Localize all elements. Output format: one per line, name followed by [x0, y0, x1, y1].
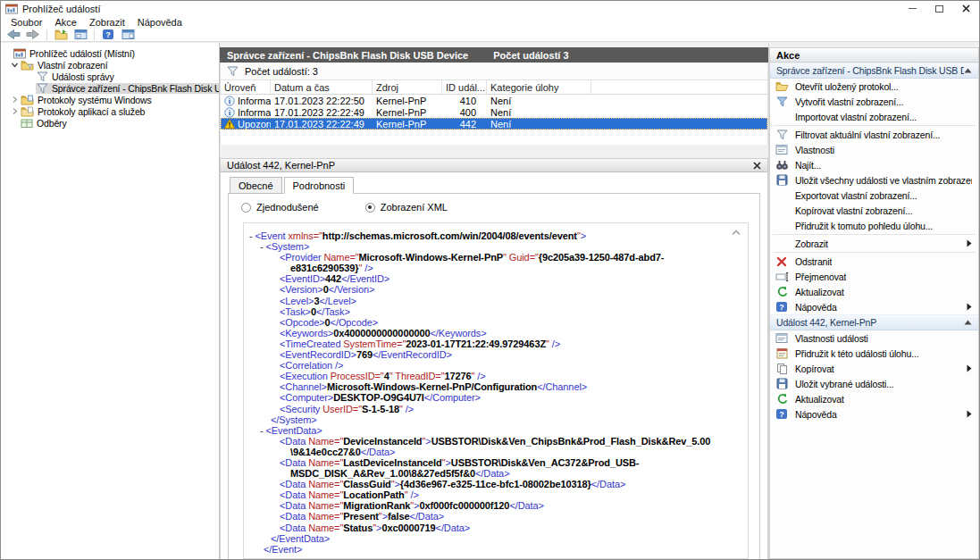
radio-zobrazeni-xml[interactable]: Zobrazení XML	[365, 202, 448, 213]
expander-closed-icon[interactable]	[10, 107, 20, 115]
xml-line: <Computer>DESKTOP-O9G4U7I</Computer>	[244, 392, 748, 403]
funnel-color-icon	[775, 96, 789, 107]
refresh-icon	[775, 393, 789, 405]
folder-apps-icon	[21, 106, 34, 117]
horizontal-splitter[interactable]	[220, 145, 768, 158]
action-otevrit-ulozeny-protokol[interactable]: Otevřít uložený protokol...	[770, 79, 978, 94]
action-exportovat-vlastni-zobrazeni[interactable]: Exportovat vlastní zobrazení...	[770, 188, 978, 203]
event-row-400[interactable]: iInformace17.01.2023 22:22:49Kernel-PnP4…	[221, 106, 767, 118]
tree-item-prohlizec-udalosti-mistni[interactable]: Prohlížeč událostí (Místní)	[1, 47, 219, 59]
cell-source: Kernel-PnP	[373, 96, 442, 106]
action-label: Najít...	[795, 160, 821, 171]
radio-zjednodusene[interactable]: Zjednodušené	[241, 202, 319, 213]
tab-podrobnosti[interactable]: Podrobnosti	[284, 177, 355, 194]
action-section-spravce-zarizeni-chipsbnk-flash-disk-usb-device[interactable]: Správce zařízení - ChipsBnk Flash Disk U…	[770, 63, 978, 79]
xml-view-box[interactable]: - <Event xmlns="http://schemas.microsoft…	[243, 222, 749, 559]
collapse-arrow-icon	[964, 320, 972, 325]
column-header-id-udal[interactable]: ID udál...	[442, 80, 487, 94]
tree-item-protokoly-systemu-windows[interactable]: Protokoly systému Windows	[1, 94, 219, 105]
action-najit[interactable]: Najít...	[770, 157, 978, 172]
tree-item-udalosti-spravy[interactable]: Události správy	[1, 71, 219, 82]
action-importovat-vlastni-zobrazeni[interactable]: Importovat vlastní zobrazení...	[770, 109, 978, 124]
level-text: Informace	[238, 96, 271, 106]
menu-soubor[interactable]: Soubor	[4, 17, 48, 28]
cell-source: Kernel-PnP	[373, 107, 442, 118]
center-panel: Správce zařízení - ChipsBnk Flash Disk U…	[220, 43, 768, 559]
menu-napoveda[interactable]: Nápověda	[131, 17, 188, 28]
svg-text:?: ?	[779, 410, 784, 419]
column-header-kategorie-ulohy[interactable]: Kategorie úlohy	[487, 80, 591, 94]
menu-akce[interactable]: Akce	[48, 17, 82, 28]
xml-line: <Execution ProcessID="4" ThreadID="17276…	[244, 371, 748, 381]
action-label: Nápověda	[795, 302, 837, 313]
info-icon: i	[224, 107, 235, 118]
help-button[interactable]: ?	[99, 28, 117, 41]
cell-level: iInformace	[221, 107, 271, 118]
event-row-410[interactable]: iInformace17.01.2023 22:22:50Kernel-PnP4…	[221, 95, 767, 106]
expander-open-icon[interactable]	[10, 61, 20, 69]
column-header-datum-a-cas[interactable]: Datum a čas	[271, 80, 373, 94]
action-vytvorit-vlastni-zobrazeni[interactable]: Vytvořit vlastní zobrazení...	[770, 94, 978, 109]
action-section-title: Správce zařízení - ChipsBnk Flash Disk U…	[776, 65, 964, 76]
action-separator	[773, 125, 976, 126]
forward-arrow-button[interactable]	[24, 28, 42, 41]
expander-closed-icon[interactable]	[10, 96, 20, 104]
maximize-button[interactable]	[926, 1, 952, 16]
action-kopirovat[interactable]: Kopírovat	[770, 361, 978, 376]
tree-item-spravce-zarizeni-chipsbnk-flash-disk-usb-device[interactable]: Správce zařízení - ChipsBnk Flash Disk U…	[1, 82, 219, 94]
tree-item-odbery[interactable]: Odběry	[1, 117, 219, 129]
column-header-zdroj[interactable]: Zdroj	[373, 80, 442, 94]
tab-obecne[interactable]: Obecné	[230, 177, 282, 194]
cell-event-id: 442	[442, 119, 487, 130]
action-ulozit-vybrane-udalosti[interactable]: Uložit vybrané události...	[770, 376, 978, 391]
details-tab-page: ZjednodušenéZobrazení XML - <Event xmlns…	[228, 193, 760, 559]
action-separator	[773, 252, 976, 253]
action-ulozit-vsechny-udalosti-ve-vlastnim-zobrazeni-jako[interactable]: Uložit všechny události ve vlastním zobr…	[770, 172, 978, 188]
action-label: Uložit všechny události ve vlastním zobr…	[795, 175, 972, 186]
close-button[interactable]	[952, 1, 979, 16]
cell-category: Není	[487, 119, 591, 130]
action-napoveda[interactable]: ?Nápověda	[770, 406, 978, 422]
column-header-uroven[interactable]: Úroveň	[221, 80, 271, 94]
action-aktualizovat[interactable]: Aktualizovat	[770, 284, 978, 299]
xml-line: <Data Name="ClassGuid">{4d36e967-e325-11…	[244, 479, 748, 489]
show-console-tree-folder-button[interactable]	[52, 28, 70, 41]
chevron-up-icon[interactable]	[731, 227, 741, 238]
action-label: Exportovat vlastní zobrazení...	[795, 190, 917, 201]
action-aktualizovat[interactable]: Aktualizovat	[770, 391, 978, 406]
folder-views-icon	[21, 60, 34, 71]
action-label: Odstranit	[795, 256, 832, 267]
main-area: Prohlížeč událostí (Místní)Vlastní zobra…	[1, 43, 979, 559]
action-napoveda[interactable]: ?Nápověda	[770, 299, 978, 314]
tree-item-vlastni-zobrazeni[interactable]: Vlastní zobrazení	[1, 59, 219, 71]
event-detail-pane: Událost 442, Kernel-PnP ObecnéPodrobnost…	[220, 158, 768, 559]
tree-item-protokoly-aplikaci-a-sluzeb[interactable]: Protokoly aplikací a služeb	[1, 105, 219, 117]
minimize-button[interactable]	[899, 1, 926, 16]
level-text: Informace	[238, 107, 271, 118]
action-odstranit[interactable]: Odstranit	[770, 254, 978, 269]
xml-line: <Correlation />	[244, 360, 748, 371]
menu-zobrazit[interactable]: Zobrazit	[83, 17, 131, 28]
menubar: SouborAkceZobrazitNápověda	[1, 16, 979, 28]
action-filtrovat-aktualni-vlastni-zobrazeni[interactable]: Filtrovat aktuální vlastní zobrazení...	[770, 127, 978, 142]
action-prejmenovat[interactable]: Přejmenovat	[770, 269, 978, 284]
console-window-button[interactable]	[71, 28, 89, 41]
tree-item-content: Prohlížeč událostí (Místní)	[13, 48, 138, 59]
xml-line: <Version>0</Version>	[244, 284, 748, 295]
event-row-442[interactable]: Upozornění17.01.2023 22:22:49Kernel-PnP4…	[221, 118, 767, 130]
properties-icon	[775, 144, 789, 155]
action-vlastnosti-udalosti[interactable]: Vlastnosti události	[770, 330, 978, 346]
action-kopirovat-vlastni-zobrazeni[interactable]: Kopírovat vlastní zobrazení...	[770, 203, 978, 218]
action-vlastnosti[interactable]: Vlastnosti	[770, 142, 978, 157]
detail-close-button[interactable]	[753, 162, 761, 170]
xml-line: e831c6290539}" />	[244, 263, 748, 273]
view-title: Správce zařízení - ChipsBnk Flash Disk U…	[227, 50, 468, 61]
action-pane-button[interactable]	[119, 28, 137, 41]
funnel-icon	[37, 71, 48, 82]
action-pridruzit-k-tomuto-pohledu-ulohu[interactable]: Přidružit k tomuto pohledu úlohu...	[770, 218, 978, 233]
action-pridruzit-k-teto-udalosti-ulohu[interactable]: Přidružit k této události úlohu...	[770, 346, 978, 361]
action-zobrazit[interactable]: Zobrazit	[770, 236, 978, 251]
xml-line: <Task>0</Task>	[244, 306, 748, 317]
back-arrow-button[interactable]	[4, 28, 22, 41]
action-section-udalost-442-kernel-pnp[interactable]: Událost 442, Kernel-PnP	[770, 314, 978, 330]
